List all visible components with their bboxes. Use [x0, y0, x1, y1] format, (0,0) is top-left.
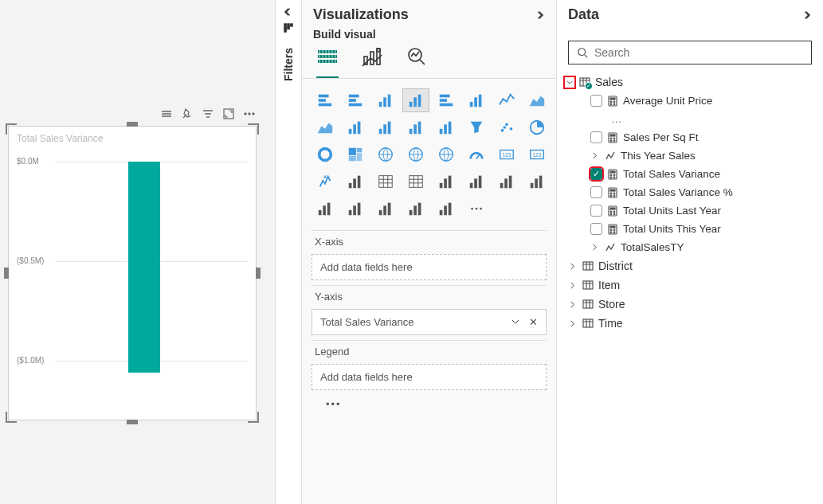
- filter-icon[interactable]: [202, 107, 214, 120]
- collapse-icon[interactable]: [801, 10, 812, 21]
- viz-type-slicer[interactable]: [342, 170, 369, 193]
- viz-type-clustered-bar[interactable]: [342, 88, 369, 112]
- table-sales[interactable]: ✓ Sales: [563, 72, 817, 92]
- viz-type-python-visual[interactable]: [463, 170, 490, 193]
- chevron-down-icon[interactable]: [511, 318, 519, 326]
- tab-analytics[interactable]: [406, 45, 428, 78]
- viz-type-scatter[interactable]: [493, 115, 520, 139]
- field-total-units-this-year[interactable]: Total Units This Year: [563, 220, 817, 238]
- expand-toggle-icon[interactable]: [565, 77, 574, 88]
- viz-type-stacked-bar-100[interactable]: [433, 88, 460, 112]
- viz-type-filled-map[interactable]: [402, 143, 429, 166]
- viz-type-stacked-bar[interactable]: [312, 88, 339, 112]
- focus-icon[interactable]: [222, 107, 235, 120]
- table-item[interactable]: Item: [563, 275, 817, 295]
- expand-toggle-icon[interactable]: [568, 281, 578, 290]
- table-time[interactable]: Time: [563, 314, 817, 333]
- viz-type-clustered-column[interactable]: [402, 88, 429, 112]
- xaxis-well[interactable]: Add data fields here: [312, 254, 547, 280]
- svg-rect-4: [291, 24, 293, 27]
- viz-type-line[interactable]: [493, 88, 520, 112]
- svg-rect-62: [349, 183, 352, 188]
- svg-rect-35: [358, 122, 361, 135]
- viz-type-key-influencers[interactable]: [493, 170, 520, 193]
- table-label: Store: [598, 298, 625, 311]
- viz-type-narrative[interactable]: [342, 197, 369, 221]
- viz-type-paginated[interactable]: [372, 197, 399, 221]
- more-indicator[interactable]: …: [563, 110, 817, 128]
- viz-type-donut[interactable]: [312, 143, 339, 166]
- svg-rect-42: [440, 129, 443, 134]
- viz-type-map[interactable]: [372, 143, 399, 166]
- legend-well[interactable]: Add data fields here: [312, 364, 547, 390]
- collapse-icon[interactable]: [534, 10, 545, 21]
- pin-icon[interactable]: [181, 107, 194, 120]
- field-sales-per-sq-ft[interactable]: Sales Per Sq Ft: [563, 128, 817, 147]
- expand-toggle-icon[interactable]: [590, 151, 600, 160]
- viz-type-power-apps[interactable]: [402, 197, 429, 221]
- field-checkbox[interactable]: [590, 205, 602, 217]
- field-checkbox[interactable]: [590, 95, 602, 107]
- viz-type-waterfall[interactable]: [433, 115, 460, 139]
- expand-icon[interactable]: [283, 6, 294, 18]
- field-checkbox[interactable]: [590, 131, 602, 143]
- visual-card[interactable]: Total Sales Variance $0.0M ($0.5M) ($1.0…: [8, 126, 257, 420]
- filters-pane-collapsed[interactable]: Filters: [275, 0, 302, 504]
- expand-toggle-icon[interactable]: [568, 300, 578, 309]
- viz-type-kpi[interactable]: [312, 170, 339, 193]
- field-label: Total Units This Year: [623, 223, 721, 235]
- table-store[interactable]: Store: [563, 295, 817, 314]
- viz-type-area[interactable]: [523, 88, 551, 112]
- viz-type-treemap[interactable]: [342, 143, 369, 166]
- search-field[interactable]: [594, 46, 803, 59]
- viz-type-gauge[interactable]: [463, 143, 490, 166]
- chart-bar[interactable]: [128, 162, 160, 373]
- viz-type-matrix[interactable]: [402, 170, 429, 193]
- viz-type-stacked-area[interactable]: [312, 115, 339, 139]
- search-input[interactable]: [568, 41, 812, 64]
- field-label: Average Unit Price: [623, 95, 712, 107]
- viz-type-line-stacked-column[interactable]: [342, 115, 369, 139]
- field-total-units-last-year[interactable]: Total Units Last Year: [563, 201, 817, 220]
- viz-type-decomposition[interactable]: [523, 170, 551, 193]
- viz-type-line-clustered-column[interactable]: [372, 115, 399, 139]
- expand-toggle-icon[interactable]: [568, 319, 578, 328]
- viz-type-pie[interactable]: [523, 115, 551, 139]
- svg-rect-33: [349, 129, 352, 134]
- expand-toggle-icon[interactable]: [590, 243, 600, 252]
- field-checkbox[interactable]: [590, 186, 602, 198]
- field-checkbox[interactable]: [590, 223, 602, 235]
- viz-type-power-automate[interactable]: [433, 197, 460, 221]
- drag-icon[interactable]: [160, 107, 173, 120]
- viz-type-multi-card[interactable]: 123: [523, 143, 551, 166]
- viz-type-ribbon[interactable]: [402, 115, 429, 139]
- viz-type-stacked-column-100[interactable]: [463, 88, 490, 112]
- svg-rect-30: [470, 102, 473, 107]
- remove-field-icon[interactable]: ✕: [529, 316, 538, 328]
- svg-rect-37: [383, 124, 386, 134]
- viz-type-table[interactable]: [372, 170, 399, 193]
- field-total-sales-variance-%[interactable]: Total Sales Variance %: [563, 183, 817, 201]
- field-this-year-sales[interactable]: This Year Sales: [563, 147, 817, 165]
- more-icon[interactable]: [243, 107, 256, 120]
- report-canvas[interactable]: Total Sales Variance $0.0M ($0.5M) ($1.0…: [0, 0, 275, 504]
- field-totalsalesty[interactable]: TotalSalesTY: [563, 238, 817, 256]
- viz-type-qa[interactable]: [312, 197, 339, 221]
- expand-toggle-icon[interactable]: [568, 262, 578, 271]
- table-district[interactable]: District: [563, 256, 817, 275]
- viz-type-azure-map[interactable]: [433, 143, 460, 166]
- tab-format[interactable]: [361, 45, 383, 78]
- viz-type-r-visual[interactable]: [433, 170, 460, 193]
- viz-type-more[interactable]: [463, 197, 490, 221]
- viz-type-stacked-column[interactable]: [372, 88, 399, 112]
- field-total-sales-variance[interactable]: Total Sales Variance: [563, 165, 817, 183]
- viz-type-funnel[interactable]: [463, 115, 490, 139]
- y-tick: ($0.5M): [17, 256, 44, 265]
- field-checkbox[interactable]: [590, 168, 602, 180]
- field-average-unit-price[interactable]: Average Unit Price: [563, 92, 817, 110]
- yaxis-well[interactable]: Total Sales Variance ✕: [312, 309, 547, 335]
- tab-build-visual[interactable]: [316, 45, 339, 78]
- viz-type-card[interactable]: 123: [493, 143, 520, 166]
- svg-point-46: [505, 123, 508, 127]
- more-wells-icon[interactable]: •••: [312, 395, 547, 413]
